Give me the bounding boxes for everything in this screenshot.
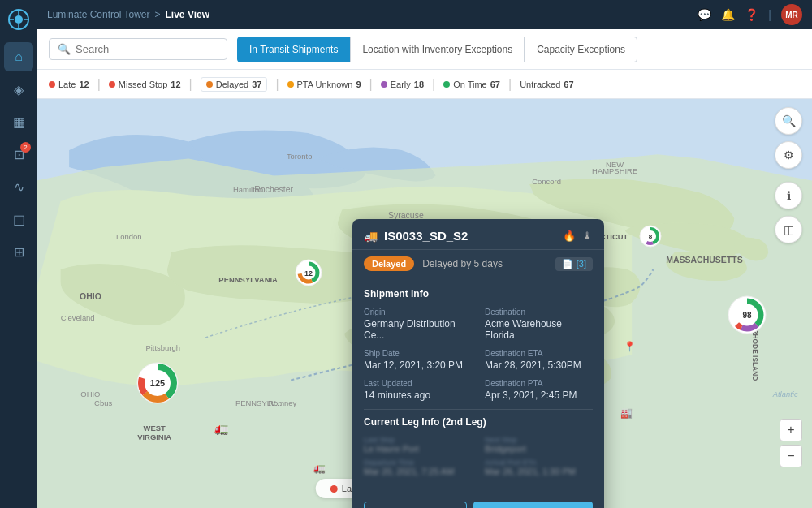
late-count: 12 (79, 80, 89, 89)
next-stop-label: Next Stop (485, 436, 593, 444)
map-container[interactable]: OHIO PENNSYLVANIA WEST VIRGINIA VIRGINIA… (37, 99, 812, 508)
header-right: 💬 🔔 ❓ | MR (698, 4, 802, 25)
ontime-label: On Time (453, 80, 487, 89)
eta-value: Mar 28, 2021, 5:30PM (485, 359, 593, 371)
untracked-count: 67 (564, 80, 573, 89)
popup-flame-icon[interactable]: 🔥 (563, 230, 576, 242)
map-zoom-controls: + − (780, 419, 802, 467)
current-leg-title: Current Leg Info (2nd Leg) (364, 416, 593, 428)
svg-text:OHIO: OHIO (80, 390, 100, 399)
svg-point-1 (15, 15, 23, 24)
pta-label: PTA Unknown (297, 80, 353, 89)
popup-body: Shipment Info Origin Germany Distributio… (352, 278, 604, 493)
sidebar-home-icon[interactable]: ⌂ (4, 42, 33, 71)
departure-label: Departure Time (364, 458, 472, 467)
search-box[interactable]: 🔍 (49, 38, 227, 60)
svg-text:PENNSYLVANIA: PENNSYLVANIA (218, 275, 278, 284)
svg-text:125: 125 (150, 378, 165, 388)
map-search-ctrl[interactable]: 🔍 (775, 107, 802, 135)
tab-group: In Transit Shipments Location with Inven… (237, 37, 637, 62)
departure-field: Departure Time Mar 20, 2021, 7:25 AM (364, 458, 472, 476)
early-label: Early (391, 80, 411, 89)
late-label: Late (58, 80, 76, 89)
filter-missed[interactable]: Missed Stop 12 (109, 80, 181, 89)
sep1: | (97, 77, 101, 92)
filter-early[interactable]: Early 18 (381, 80, 424, 89)
popup-pta: Destination PTA Apr 3, 2021, 2:45 PM (485, 379, 593, 401)
user-avatar[interactable]: MR (781, 4, 802, 25)
svg-text:8: 8 (649, 233, 653, 240)
filter-untracked[interactable]: Untracked 67 (520, 80, 573, 89)
help-icon[interactable]: ❓ (745, 8, 758, 21)
svg-text:Pittsburgh: Pittsburgh (145, 343, 180, 352)
sidebar-wave-icon[interactable]: ∿ (4, 172, 33, 201)
search-input[interactable] (76, 43, 214, 55)
map-marker-125[interactable]: 125 (133, 359, 182, 407)
bell-icon[interactable]: 🔔 (721, 8, 735, 21)
popup-footer: 🔥 Hot Items (3) Shipment Details (352, 493, 604, 508)
tab-inventory-exceptions[interactable]: Location with Inventory Exceptions (350, 37, 525, 62)
popup-temp-icon[interactable]: 🌡 (582, 230, 593, 242)
missed-dot (109, 81, 115, 88)
sidebar-grid-icon[interactable]: ⊞ (4, 237, 33, 266)
sidebar-chart-icon[interactable]: ▦ (4, 107, 33, 136)
missed-label: Missed Stop (119, 80, 168, 89)
filter-delayed[interactable]: Delayed 37 (201, 77, 268, 92)
map-layers-ctrl[interactable]: ◫ (775, 216, 802, 243)
breadcrumb-root[interactable]: Luminate Control Tower (47, 9, 150, 20)
svg-text:Hamilton: Hamilton (233, 186, 263, 195)
svg-text:Cleveland: Cleveland (61, 313, 95, 322)
popup-shipment-id: IS0033_SD_S2 (384, 229, 556, 243)
shipment-details-button[interactable]: Shipment Details (473, 502, 593, 508)
map-marker-12-ny[interactable]: 12 (294, 258, 323, 287)
svg-text:Cbus: Cbus (94, 398, 112, 407)
filter-pta[interactable]: PTA Unknown 9 (287, 80, 361, 89)
svg-text:VIRGINIA: VIRGINIA (137, 433, 171, 441)
svg-text:HAMPSHIRE: HAMPSHIRE (592, 166, 637, 175)
filter-bar: Late 12 | Missed Stop 12 | Delayed 37 | … (37, 70, 812, 99)
zoom-in-button[interactable]: + (780, 419, 802, 441)
delayed-label: Delayed (216, 80, 248, 89)
separator-line: | (768, 8, 771, 21)
popup-current-leg: Current Leg Info (2nd Leg) Last Stop Le … (364, 409, 593, 483)
blurred-leg-info: Last Stop Le Havre Port Next Stop Bridge… (364, 436, 593, 476)
ship-date-value: Mar 12, 2021, 3:20 PM (364, 359, 472, 371)
origin-label: Origin (364, 308, 472, 316)
chat-icon[interactable]: 💬 (698, 8, 711, 21)
docs-icon: 📄 (562, 259, 573, 269)
map-controls-right: 🔍 ⚙ ℹ ◫ (775, 107, 802, 243)
late-dot (49, 81, 55, 88)
app-logo (6, 6, 32, 32)
status-text: Delayed by 5 days (422, 258, 547, 269)
filter-ontime[interactable]: On Time 67 (443, 80, 500, 89)
delayed-dot (206, 81, 213, 88)
last-updated-value: 14 minutes ago (364, 390, 472, 401)
map-info-ctrl[interactable]: ℹ (775, 182, 802, 209)
sidebar-alert-icon[interactable]: ⊡ 2 (4, 140, 33, 169)
sidebar-diamond-icon[interactable]: ◈ (4, 75, 33, 104)
sep2: | (189, 77, 192, 92)
sep4: | (369, 77, 373, 92)
alert-badge: 2 (20, 142, 31, 153)
main-toolbar: 🔍 In Transit Shipments Location with Inv… (37, 29, 812, 70)
eta-label: Destination ETA (485, 349, 593, 358)
map-filter-ctrl[interactable]: ⚙ (775, 141, 802, 169)
legend-late-dot (330, 485, 338, 493)
pta-count: 9 (356, 80, 361, 89)
popup-header: 🚚 IS0033_SD_S2 🔥 🌡 (352, 219, 604, 250)
hot-items-button[interactable]: 🔥 Hot Items (3) (364, 502, 467, 508)
tab-in-transit[interactable]: In Transit Shipments (237, 37, 350, 62)
svg-text:PENNSYLV...: PENNSYLV... (235, 398, 282, 407)
zoom-out-button[interactable]: − (780, 445, 802, 467)
map-marker-98[interactable]: 98 (726, 294, 768, 336)
status-badge: Delayed (364, 256, 414, 271)
sidebar-layers-icon[interactable]: ◫ (4, 204, 33, 234)
filter-late[interactable]: Late 12 (49, 80, 89, 89)
early-dot (381, 81, 387, 88)
app-header: Luminate Control Tower > Live View 💬 🔔 ❓… (37, 0, 812, 29)
tab-capacity-exceptions[interactable]: Capacity Exceptions (525, 37, 637, 62)
breadcrumb-sep: > (155, 9, 161, 20)
map-marker-8[interactable]: 8 (638, 224, 663, 248)
docs-badge[interactable]: 📄 [3] (555, 257, 593, 271)
origin-value: Germany Distribution Ce... (364, 318, 472, 341)
